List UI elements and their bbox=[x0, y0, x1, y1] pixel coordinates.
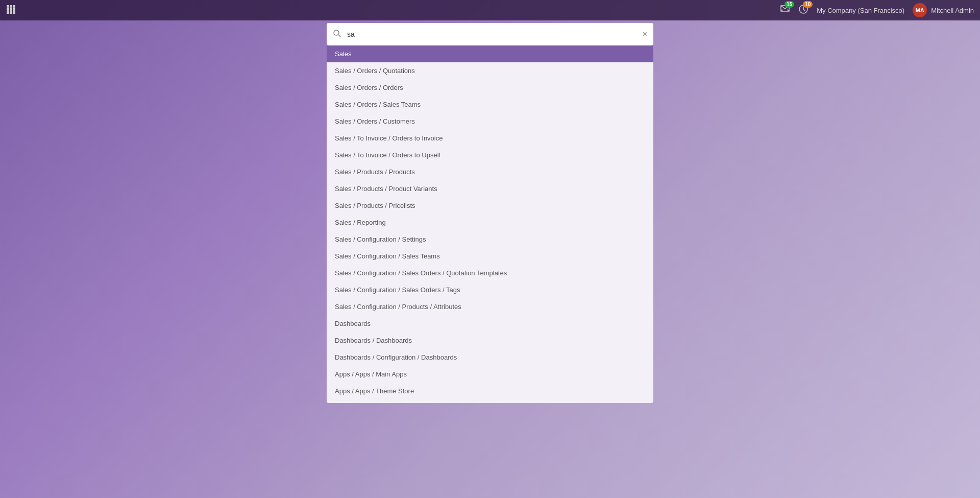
user-name: Mitchell Admin bbox=[931, 7, 974, 14]
topbar-right: 15 10 My Company (San Francisco) MA Mitc… bbox=[780, 3, 974, 17]
dropdown-item[interactable]: Sales / Configuration / Products / Attri… bbox=[327, 298, 653, 315]
messages-button[interactable]: 15 bbox=[780, 4, 790, 17]
search-clear-button[interactable]: × bbox=[643, 30, 647, 39]
dropdown-item[interactable]: Sales / Orders / Orders bbox=[327, 79, 653, 96]
messages-badge: 15 bbox=[785, 1, 794, 8]
svg-line-11 bbox=[338, 35, 340, 37]
search-dropdown: SalesSales / Orders / QuotationsSales / … bbox=[327, 45, 653, 403]
user-menu[interactable]: MA Mitchell Admin bbox=[913, 3, 974, 17]
activities-button[interactable]: 10 bbox=[798, 4, 808, 17]
dropdown-item[interactable]: Sales / Orders / Sales Teams bbox=[327, 96, 653, 113]
dropdown-item[interactable]: Sales bbox=[327, 45, 653, 62]
grid-icon[interactable] bbox=[6, 5, 15, 16]
svg-rect-6 bbox=[7, 11, 9, 14]
svg-rect-8 bbox=[13, 11, 15, 14]
dropdown-item[interactable]: Sales / Configuration / Sales Orders / Q… bbox=[327, 265, 653, 281]
search-icon bbox=[333, 29, 341, 39]
svg-rect-4 bbox=[10, 8, 12, 11]
svg-rect-2 bbox=[13, 5, 15, 8]
svg-rect-3 bbox=[7, 8, 9, 11]
dropdown-item[interactable]: Sales / Products / Products bbox=[327, 163, 653, 180]
svg-rect-1 bbox=[10, 5, 12, 8]
dropdown-item[interactable]: Dashboards / Dashboards bbox=[327, 332, 653, 349]
dropdown-item[interactable]: Apps / Apps / Main Apps bbox=[327, 366, 653, 383]
dropdown-item[interactable]: Sales / Configuration / Sales Teams bbox=[327, 248, 653, 265]
search-input[interactable] bbox=[327, 23, 653, 45]
dropdown-item[interactable]: Sales / To Invoice / Orders to Invoice bbox=[327, 130, 653, 147]
dropdown-item[interactable]: Apps / Apps / Third-Party Apps bbox=[327, 399, 653, 403]
avatar: MA bbox=[913, 3, 927, 17]
dropdown-item[interactable]: Sales / Orders / Customers bbox=[327, 113, 653, 130]
company-name: My Company (San Francisco) bbox=[817, 7, 904, 14]
svg-rect-7 bbox=[10, 11, 12, 14]
search-overlay: × SalesSales / Orders / QuotationsSales … bbox=[0, 0, 980, 498]
dropdown-item[interactable]: Dashboards bbox=[327, 315, 653, 332]
topbar: 15 10 My Company (San Francisco) MA Mitc… bbox=[0, 0, 980, 20]
dropdown-item[interactable]: Sales / Products / Pricelists bbox=[327, 197, 653, 214]
dropdown-item[interactable]: Apps / Apps / Theme Store bbox=[327, 383, 653, 399]
dropdown-item[interactable]: Sales / Orders / Quotations bbox=[327, 62, 653, 79]
search-container: × bbox=[327, 23, 653, 45]
dropdown-item[interactable]: Sales / Reporting bbox=[327, 214, 653, 231]
dropdown-item[interactable]: Dashboards / Configuration / Dashboards bbox=[327, 349, 653, 366]
svg-rect-0 bbox=[7, 5, 9, 8]
dropdown-item[interactable]: Sales / To Invoice / Orders to Upsell bbox=[327, 147, 653, 163]
dropdown-item[interactable]: Sales / Configuration / Settings bbox=[327, 231, 653, 248]
dropdown-item[interactable]: Sales / Configuration / Sales Orders / T… bbox=[327, 281, 653, 298]
activities-badge: 10 bbox=[803, 1, 813, 8]
dropdown-item[interactable]: Sales / Products / Product Variants bbox=[327, 180, 653, 197]
svg-rect-5 bbox=[13, 8, 15, 11]
topbar-left bbox=[6, 5, 15, 16]
